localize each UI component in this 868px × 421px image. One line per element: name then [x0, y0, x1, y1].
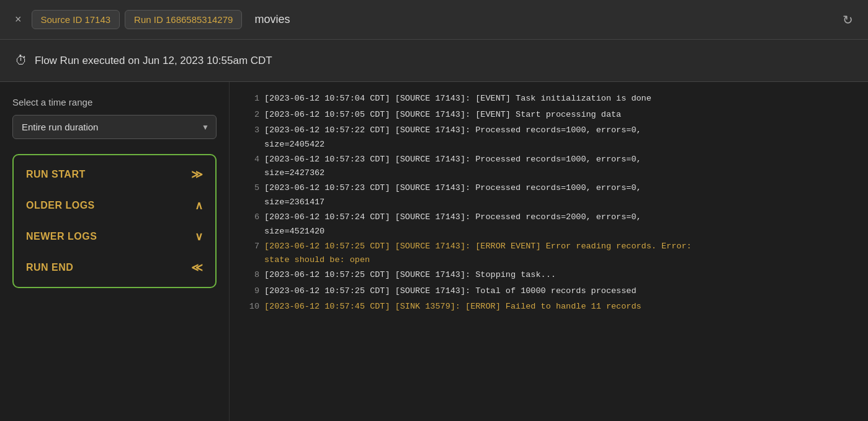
log-line-text: [2023-06-12 10:57:04 CDT] [SOURCE 17143]…: [264, 92, 651, 106]
table-row: 10[2023-06-12 10:57:45 CDT] [SINK 13579]…: [244, 300, 853, 314]
table-row: 2[2023-06-12 10:57:05 CDT] [SOURCE 17143…: [244, 108, 853, 122]
log-continuation: size=2427362: [264, 168, 853, 178]
refresh-button[interactable]: ↻: [838, 10, 858, 30]
log-line-text: [2023-06-12 10:57:22 CDT] [SOURCE 17143]…: [264, 124, 642, 137]
close-icon[interactable]: ×: [10, 11, 27, 29]
navigation-box: RUN START ≫ OLDER LOGS ∧ NEWER LOGS ∨ RU…: [12, 154, 217, 288]
tab-bar: × Source ID 17143 Run ID 1686585314279 m…: [0, 0, 868, 40]
nav-older-logs[interactable]: OLDER LOGS ∧: [14, 190, 215, 221]
log-line-number: 2: [244, 108, 259, 122]
table-row: 3[2023-06-12 10:57:22 CDT] [SOURCE 17143…: [244, 124, 853, 137]
log-line-text: [2023-06-12 10:57:25 CDT] [SOURCE 17143]…: [264, 284, 637, 298]
clock-icon: ⏱: [15, 53, 27, 68]
sidebar: Select a time range Entire run duration …: [0, 82, 230, 421]
log-line-text: [2023-06-12 10:57:45 CDT] [SINK 13579]: …: [264, 300, 642, 314]
nav-run-start[interactable]: RUN START ≫: [14, 159, 215, 190]
log-line-text: [2023-06-12 10:57:25 CDT] [SOURCE 17143]…: [264, 240, 692, 253]
nav-run-end[interactable]: RUN END ≪: [14, 252, 215, 283]
log-line-number: 8: [244, 268, 259, 282]
log-line-number: 4: [244, 153, 259, 166]
table-row: 9[2023-06-12 10:57:25 CDT] [SOURCE 17143…: [244, 284, 853, 298]
time-range-select[interactable]: Entire run duration: [12, 115, 217, 139]
run-start-icon: ≫: [191, 168, 203, 181]
run-start-label: RUN START: [26, 169, 86, 180]
newer-logs-label: NEWER LOGS: [26, 231, 97, 242]
log-continuation: state should be: open: [264, 255, 853, 265]
log-line-text: [2023-06-12 10:57:23 CDT] [SOURCE 17143]…: [264, 181, 642, 195]
run-end-label: RUN END: [26, 262, 73, 273]
tab-movies: movies: [247, 9, 297, 30]
log-line-number: 1: [244, 92, 259, 106]
log-line-text: [2023-06-12 10:57:25 CDT] [SOURCE 17143]…: [264, 268, 556, 282]
log-continuation: size=2405422: [264, 140, 853, 149]
log-continuation: size=2361417: [264, 197, 853, 207]
log-line-number: 5: [244, 181, 259, 195]
log-line-number: 10: [244, 300, 259, 314]
time-range-wrapper: Entire run duration ▼: [12, 115, 217, 139]
newer-logs-icon: ∨: [195, 230, 203, 243]
older-logs-label: OLDER LOGS: [26, 200, 95, 211]
log-continuation: size=4521420: [264, 227, 853, 236]
table-row: 4[2023-06-12 10:57:23 CDT] [SOURCE 17143…: [244, 153, 853, 166]
table-row: 6[2023-06-12 10:57:24 CDT] [SOURCE 17143…: [244, 210, 853, 224]
table-row: 7[2023-06-12 10:57:25 CDT] [SOURCE 17143…: [244, 240, 853, 253]
log-line-text: [2023-06-12 10:57:24 CDT] [SOURCE 17143]…: [264, 210, 642, 224]
time-range-label: Select a time range: [12, 97, 217, 107]
log-line-number: 9: [244, 284, 259, 298]
tab-source-id[interactable]: Source ID 17143: [32, 10, 120, 29]
tab-run-id[interactable]: Run ID 1686585314279: [125, 10, 242, 29]
table-row: 8[2023-06-12 10:57:25 CDT] [SOURCE 17143…: [244, 268, 853, 282]
log-line-number: 6: [244, 210, 259, 224]
table-row: 1[2023-06-12 10:57:04 CDT] [SOURCE 17143…: [244, 92, 853, 106]
table-row: 5[2023-06-12 10:57:23 CDT] [SOURCE 17143…: [244, 181, 853, 195]
main-content: Select a time range Entire run duration …: [0, 82, 868, 421]
log-line-text: [2023-06-12 10:57:23 CDT] [SOURCE 17143]…: [264, 153, 642, 166]
flow-run-title: Flow Run executed on Jun 12, 2023 10:55a…: [35, 55, 272, 67]
log-line-number: 7: [244, 240, 259, 253]
nav-newer-logs[interactable]: NEWER LOGS ∨: [14, 221, 215, 252]
log-area[interactable]: 1[2023-06-12 10:57:04 CDT] [SOURCE 17143…: [230, 82, 868, 421]
older-logs-icon: ∧: [195, 199, 203, 212]
log-line-number: 3: [244, 124, 259, 137]
flow-run-header: ⏱ Flow Run executed on Jun 12, 2023 10:5…: [0, 40, 868, 82]
log-line-text: [2023-06-12 10:57:05 CDT] [SOURCE 17143]…: [264, 108, 621, 122]
run-end-icon: ≪: [191, 261, 203, 274]
